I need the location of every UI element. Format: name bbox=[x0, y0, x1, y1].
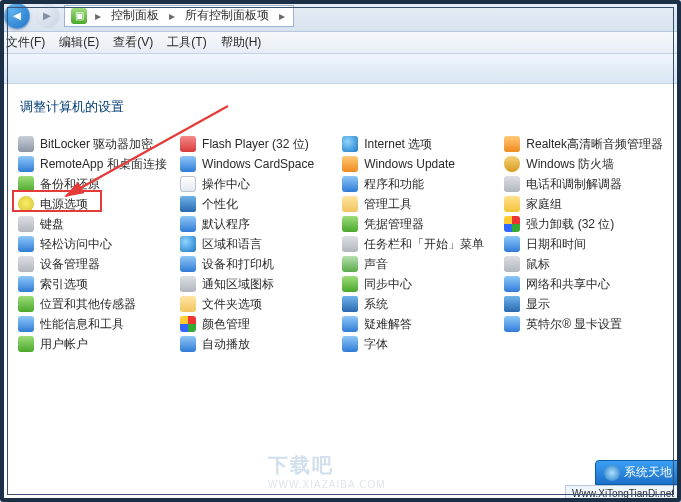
address-bar[interactable]: ▣ ▸ 控制面板 ▸ 所有控制面板项 ▸ bbox=[64, 5, 294, 27]
modem-icon bbox=[504, 176, 520, 192]
cpl-item-firewall[interactable]: Windows 防火墙 bbox=[504, 154, 663, 174]
cpl-item-sync[interactable]: 同步中心 bbox=[342, 274, 494, 294]
cpl-item-label: 性能信息和工具 bbox=[40, 316, 124, 333]
cpl-item-ease[interactable]: 轻松访问中心 bbox=[18, 234, 170, 254]
colormgmt-icon bbox=[180, 316, 196, 332]
cpl-item-fonts[interactable]: 字体 bbox=[342, 334, 494, 354]
nav-bar: ◄ ► ▣ ▸ 控制面板 ▸ 所有控制面板项 ▸ bbox=[0, 0, 681, 32]
cpl-item-display[interactable]: 显示 bbox=[504, 294, 663, 314]
cpl-item-label: Realtek高清晰音频管理器 bbox=[526, 136, 663, 153]
cpl-item-credmgr[interactable]: 凭据管理器 bbox=[342, 214, 494, 234]
cpl-item-label: 设备管理器 bbox=[40, 256, 100, 273]
cpl-item-label: 轻松访问中心 bbox=[40, 236, 112, 253]
command-bar bbox=[0, 54, 681, 84]
cpl-item-winupdate[interactable]: Windows Update bbox=[342, 154, 494, 174]
menu-file[interactable]: 文件(F) bbox=[6, 34, 45, 51]
cpl-item-folderopt[interactable]: 文件夹选项 bbox=[180, 294, 332, 314]
forward-icon: ► bbox=[41, 8, 54, 23]
menu-tools[interactable]: 工具(T) bbox=[167, 34, 206, 51]
cpl-item-label: BitLocker 驱动器加密 bbox=[40, 136, 153, 153]
cpl-item-modem[interactable]: 电话和调制解调器 bbox=[504, 174, 663, 194]
cpl-item-realtek[interactable]: Realtek高清晰音频管理器 bbox=[504, 134, 663, 154]
menu-bar: 文件(F) 编辑(E) 查看(V) 工具(T) 帮助(H) bbox=[0, 32, 681, 54]
cpl-item-flash[interactable]: Flash Player (32 位) bbox=[180, 134, 332, 154]
menu-edit[interactable]: 编辑(E) bbox=[59, 34, 99, 51]
cpl-item-action[interactable]: 操作中心 bbox=[180, 174, 332, 194]
cpl-item-perf[interactable]: 性能信息和工具 bbox=[18, 314, 170, 334]
cpl-item-colormgmt[interactable]: 颜色管理 bbox=[180, 314, 332, 334]
cpl-item-sound[interactable]: 声音 bbox=[342, 254, 494, 274]
admintools-icon bbox=[342, 196, 358, 212]
cpl-item-label: Windows Update bbox=[364, 157, 455, 171]
devmgr-icon bbox=[18, 256, 34, 272]
netshare-icon bbox=[504, 276, 520, 292]
printers-icon bbox=[180, 256, 196, 272]
cpl-item-label: 疑难解答 bbox=[364, 316, 412, 333]
cpl-item-printers[interactable]: 设备和打印机 bbox=[180, 254, 332, 274]
cpl-item-label: 字体 bbox=[364, 336, 388, 353]
cpl-item-keyboard[interactable]: 键盘 bbox=[18, 214, 170, 234]
cpl-item-label: 同步中心 bbox=[364, 276, 412, 293]
breadcrumb-control-panel[interactable]: 控制面板 bbox=[109, 7, 161, 24]
cpl-item-progfeat[interactable]: 程序和功能 bbox=[342, 174, 494, 194]
watermark-bottom: 系统天地 Www.XiTongTianDi.net bbox=[565, 460, 681, 502]
cpl-item-qiangli[interactable]: 强力卸载 (32 位) bbox=[504, 214, 663, 234]
cpl-item-datetime[interactable]: 日期和时间 bbox=[504, 234, 663, 254]
watermark-url: WWW.XIAZAIBA.COM bbox=[268, 479, 386, 490]
cpl-item-bitlocker[interactable]: BitLocker 驱动器加密 bbox=[18, 134, 170, 154]
sensors-icon bbox=[18, 296, 34, 312]
cpl-item-admintools[interactable]: 管理工具 bbox=[342, 194, 494, 214]
cpl-item-power[interactable]: 电源选项 bbox=[18, 194, 170, 214]
menu-view[interactable]: 查看(V) bbox=[113, 34, 153, 51]
datetime-icon bbox=[504, 236, 520, 252]
bitlocker-icon bbox=[18, 136, 34, 152]
cpl-item-personal[interactable]: 个性化 bbox=[180, 194, 332, 214]
page-title: 调整计算机的设置 bbox=[20, 98, 663, 116]
mouse-icon bbox=[504, 256, 520, 272]
cpl-item-netshare[interactable]: 网络和共享中心 bbox=[504, 274, 663, 294]
cpl-item-label: 强力卸载 (32 位) bbox=[526, 216, 614, 233]
cpl-item-label: 系统 bbox=[364, 296, 388, 313]
forward-button[interactable]: ► bbox=[34, 3, 60, 29]
cpl-item-cardspace[interactable]: Windows CardSpace bbox=[180, 154, 332, 174]
cpl-item-mouse[interactable]: 鼠标 bbox=[504, 254, 663, 274]
items-column: Internet 选项Windows Update程序和功能管理工具凭据管理器任… bbox=[342, 134, 494, 354]
progfeat-icon bbox=[342, 176, 358, 192]
cpl-item-autoplay[interactable]: 自动播放 bbox=[180, 334, 332, 354]
items-grid: BitLocker 驱动器加密RemoteApp 和桌面连接备份和还原电源选项键… bbox=[18, 134, 663, 354]
cpl-item-users[interactable]: 用户帐户 bbox=[18, 334, 170, 354]
cpl-item-backup[interactable]: 备份和还原 bbox=[18, 174, 170, 194]
region-icon bbox=[180, 236, 196, 252]
personal-icon bbox=[180, 196, 196, 212]
cpl-item-inetopt[interactable]: Internet 选项 bbox=[342, 134, 494, 154]
back-button[interactable]: ◄ bbox=[4, 3, 30, 29]
realtek-icon bbox=[504, 136, 520, 152]
taskbar-icon bbox=[342, 236, 358, 252]
perf-icon bbox=[18, 316, 34, 332]
display-icon bbox=[504, 296, 520, 312]
breadcrumb-all-items[interactable]: 所有控制面板项 bbox=[183, 7, 271, 24]
menu-help[interactable]: 帮助(H) bbox=[221, 34, 262, 51]
cpl-item-remoteapp[interactable]: RemoteApp 和桌面连接 bbox=[18, 154, 170, 174]
cpl-item-notifyicons[interactable]: 通知区域图标 bbox=[180, 274, 332, 294]
firewall-icon bbox=[504, 156, 520, 172]
globe-icon bbox=[604, 465, 620, 481]
cpl-item-label: 键盘 bbox=[40, 216, 64, 233]
cpl-item-system[interactable]: 系统 bbox=[342, 294, 494, 314]
cpl-item-region[interactable]: 区域和语言 bbox=[180, 234, 332, 254]
index-icon bbox=[18, 276, 34, 292]
cpl-item-defaults[interactable]: 默认程序 bbox=[180, 214, 332, 234]
cpl-item-intelgfx[interactable]: 英特尔® 显卡设置 bbox=[504, 314, 663, 334]
cpl-item-sensors[interactable]: 位置和其他传感器 bbox=[18, 294, 170, 314]
cpl-item-devmgr[interactable]: 设备管理器 bbox=[18, 254, 170, 274]
explorer-window: ◄ ► ▣ ▸ 控制面板 ▸ 所有控制面板项 ▸ 文件(F) 编辑(E) 查看(… bbox=[0, 0, 681, 502]
cpl-item-troubleshoot[interactable]: 疑难解答 bbox=[342, 314, 494, 334]
cpl-item-label: 操作中心 bbox=[202, 176, 250, 193]
cpl-item-taskbar[interactable]: 任务栏和「开始」菜单 bbox=[342, 234, 494, 254]
cpl-item-index[interactable]: 索引选项 bbox=[18, 274, 170, 294]
content-area: 调整计算机的设置 BitLocker 驱动器加密RemoteApp 和桌面连接备… bbox=[0, 84, 681, 502]
watermark-text: 下载吧 bbox=[268, 452, 386, 479]
folderopt-icon bbox=[180, 296, 196, 312]
cpl-item-label: 家庭组 bbox=[526, 196, 562, 213]
cpl-item-homegroup[interactable]: 家庭组 bbox=[504, 194, 663, 214]
